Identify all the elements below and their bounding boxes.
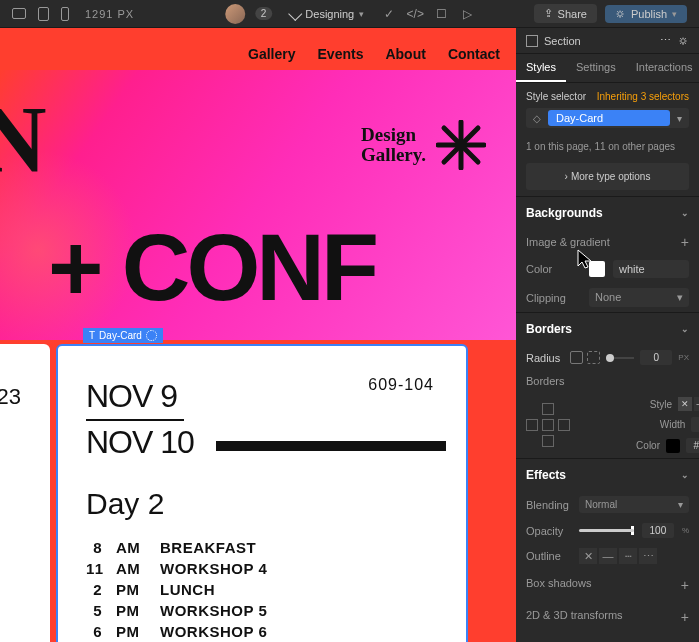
- toolbar-left: 1291 PX: [12, 7, 134, 21]
- collaborator-count[interactable]: 2: [255, 7, 273, 20]
- prev-day-card[interactable]: 2023: [0, 344, 50, 642]
- class-pill[interactable]: Day-Card: [548, 110, 670, 126]
- publish-button[interactable]: ⛭ Publish ▾: [605, 5, 687, 23]
- border-none-button[interactable]: ✕: [678, 397, 692, 411]
- transforms-row[interactable]: 2D & 3D transforms +: [516, 601, 699, 633]
- border-side-picker[interactable]: [526, 403, 570, 447]
- nav-about[interactable]: About: [385, 46, 425, 62]
- outline-dotted-button[interactable]: ⋯: [639, 548, 657, 564]
- logo-star-icon: [436, 120, 486, 170]
- schedule-row: 6PMWORKSHOP 6: [86, 623, 438, 640]
- element-selection-label[interactable]: T Day-Card: [83, 328, 163, 343]
- tab-interactions[interactable]: Interactions: [626, 54, 699, 82]
- outline-solid-button[interactable]: —: [599, 548, 617, 564]
- year-text: 2023: [0, 384, 36, 410]
- add-image-button[interactable]: +: [681, 234, 689, 250]
- hero-title-line2: + CONF: [48, 213, 375, 322]
- chevron-down-icon: ▾: [359, 9, 364, 19]
- radius-unit: PX: [678, 353, 689, 362]
- code-icon[interactable]: </>: [408, 7, 422, 21]
- outline-dashed-button[interactable]: ┄: [619, 548, 637, 564]
- share-icon: ⇪: [544, 7, 553, 20]
- border-solid-button[interactable]: —: [694, 397, 699, 411]
- cards-row: 2023 609-104 NOV 9 NOV 10 Day 2 8AMBREAK…: [0, 344, 468, 642]
- style-panel: Section ⋯ ⛭ Styles Settings Interactions…: [516, 28, 699, 642]
- add-transform-button[interactable]: +: [681, 609, 689, 625]
- mode-switch[interactable]: Designing ▾: [282, 6, 372, 22]
- pen-icon: [288, 6, 302, 20]
- clipping-row: Clipping None ▾: [516, 283, 699, 312]
- share-button[interactable]: ⇪ Share: [534, 4, 597, 23]
- opacity-input[interactable]: 100: [642, 523, 674, 538]
- chevron-down-icon: ▾: [677, 291, 683, 304]
- tab-styles[interactable]: Styles: [516, 54, 566, 82]
- mode-label: Designing: [305, 8, 354, 20]
- border-color-input[interactable]: #000000: [686, 438, 699, 453]
- chevron-down-icon: ⌄: [681, 470, 689, 480]
- bg-color-swatch[interactable]: [589, 261, 605, 277]
- logo-text: DesignGallery.: [361, 125, 426, 165]
- opacity-row: Opacity 100 %: [516, 518, 699, 543]
- canvas[interactable]: Gallery Events About Contact GN + CONF D…: [0, 28, 516, 642]
- class-selector[interactable]: ◇ Day-Card ▾: [526, 108, 689, 128]
- day-card[interactable]: 609-104 NOV 9 NOV 10 Day 2 8AMBREAKFAST …: [56, 344, 468, 642]
- style-selector-row: Style selector Inheriting 3 selectors ◇ …: [516, 83, 699, 136]
- page: Gallery Events About Contact GN + CONF D…: [0, 28, 516, 642]
- outline-style-buttons: ✕ — ┄ ⋯: [579, 548, 657, 564]
- user-avatar[interactable]: [225, 4, 245, 24]
- diamond-icon: ◇: [528, 113, 546, 124]
- nav-gallery[interactable]: Gallery: [248, 46, 295, 62]
- site-nav: Gallery Events About Contact: [248, 46, 500, 62]
- border-width-input[interactable]: 0: [691, 417, 699, 432]
- radius-row: Radius 0 PX: [516, 345, 699, 370]
- device-switcher: [12, 7, 69, 21]
- radius-uniform-icon[interactable]: [570, 351, 583, 364]
- check-icon[interactable]: ✓: [382, 7, 396, 21]
- effects-section-header[interactable]: Effects ⌄: [516, 458, 699, 491]
- settings-icon[interactable]: ⛭: [678, 35, 689, 47]
- bg-color-input[interactable]: white: [613, 260, 689, 278]
- gear-icon[interactable]: [146, 330, 157, 341]
- more-type-options-button[interactable]: › More type options: [526, 163, 689, 190]
- border-sides-control: Style ✕ — ┄ ⋯ Width 0 PX Color #000000: [516, 392, 699, 458]
- section-icon: [526, 35, 538, 47]
- backgrounds-section-header[interactable]: Backgrounds ⌄: [516, 196, 699, 229]
- clipping-select[interactable]: None ▾: [589, 288, 689, 307]
- tablet-icon[interactable]: [38, 7, 49, 21]
- borders-sub-label: Borders: [516, 370, 699, 392]
- site-logo: DesignGallery.: [361, 120, 486, 170]
- image-gradient-row: Image & gradient +: [516, 229, 699, 255]
- radius-slider[interactable]: [606, 357, 634, 359]
- blending-select[interactable]: Normal ▾: [579, 496, 689, 513]
- phone-icon[interactable]: [61, 7, 69, 21]
- preview-icon[interactable]: ▷: [460, 7, 474, 21]
- more-icon[interactable]: ⋯: [660, 34, 672, 47]
- radius-input[interactable]: 0: [640, 350, 672, 365]
- box-shadows-row[interactable]: Box shadows +: [516, 569, 699, 601]
- nav-events[interactable]: Events: [318, 46, 364, 62]
- desktop-icon[interactable]: [12, 8, 26, 19]
- nav-contact[interactable]: Contact: [448, 46, 500, 62]
- panel-header: Section ⋯ ⛭: [516, 28, 699, 54]
- radius-individual-icon[interactable]: [587, 351, 600, 364]
- inheriting-text[interactable]: Inheriting 3 selectors: [597, 91, 689, 102]
- text-icon: T: [89, 330, 95, 341]
- day-label: Day 2: [86, 487, 438, 521]
- border-color-swatch[interactable]: [666, 439, 680, 453]
- opacity-slider[interactable]: [579, 529, 634, 532]
- border-style-buttons: ✕ — ┄ ⋯: [678, 397, 699, 411]
- transitions-row[interactable]: Transitions ⋯ +: [516, 633, 699, 642]
- chevron-down-icon: ▾: [678, 499, 683, 510]
- chevron-down-icon: ⌄: [681, 208, 689, 218]
- add-shadow-button[interactable]: +: [681, 577, 689, 593]
- blending-row: Blending Normal ▾: [516, 491, 699, 518]
- comment-icon[interactable]: ☐: [434, 7, 448, 21]
- chevron-down-icon: ⌄: [681, 324, 689, 334]
- borders-section-header[interactable]: Borders ⌄: [516, 312, 699, 345]
- date-divider: [86, 419, 184, 421]
- outline-none-button[interactable]: ✕: [579, 548, 597, 564]
- chevron-down-icon[interactable]: ▾: [672, 113, 687, 124]
- tab-settings[interactable]: Settings: [566, 54, 626, 82]
- instance-count: 1 on this page, 11 on other pages: [516, 136, 699, 157]
- accent-bar: [216, 441, 446, 451]
